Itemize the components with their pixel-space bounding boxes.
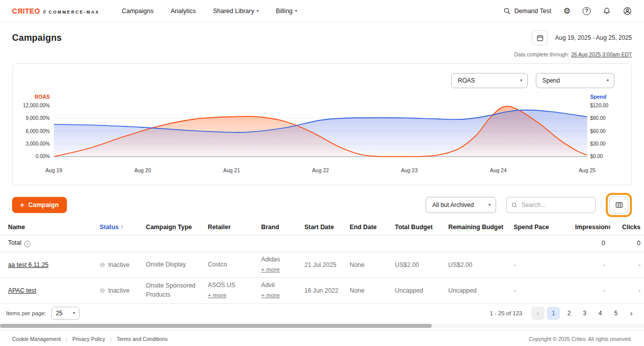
total-empty-cell: [390, 235, 443, 252]
nav-item-label: Analytics: [171, 8, 196, 15]
nav-item-campaigns[interactable]: Campaigns: [122, 8, 153, 15]
total-empty-cell: [443, 235, 509, 252]
footer-link-terms-and-conditions[interactable]: Terms and Conditions: [117, 336, 168, 342]
status-filter-value: All but Archived: [432, 201, 474, 209]
data-complete-link[interactable]: 26 Aug 2025 3:00am EDT: [571, 51, 632, 57]
settings-button[interactable]: ⚙: [564, 6, 571, 16]
x-tick: Aug 23: [401, 167, 418, 173]
retailer-more-link[interactable]: + more: [208, 291, 226, 300]
page-button-2[interactable]: 2: [562, 307, 576, 320]
spend-pace-cell: -: [509, 252, 570, 278]
nav-item-shared-library[interactable]: Shared Library▾: [213, 8, 259, 15]
info-icon[interactable]: i: [24, 241, 31, 247]
column-header-total-budget[interactable]: Total Budget: [390, 220, 443, 235]
x-tick: Aug 24: [490, 167, 507, 173]
nav-item-label: Shared Library: [213, 8, 254, 15]
data-complete-label: Data complete through:: [514, 51, 569, 57]
table-header-row: NameStatus ↑Campaign TypeRetailerBrandSt…: [0, 220, 644, 235]
nav-item-analytics[interactable]: Analytics: [171, 8, 196, 15]
search-icon: [504, 8, 511, 15]
date-range-label: Aug 19, 2025 - Aug 25, 2025: [555, 34, 632, 41]
criteo-logo[interactable]: CЯITEO // COMMERCE-MAX: [12, 7, 100, 15]
pagination-bar: Items per page: 25 ▾ 1 - 25 of 123 ‹1234…: [0, 304, 644, 323]
column-header-label: Start Date: [304, 224, 334, 231]
page-title: Campaigns: [12, 33, 62, 43]
x-tick: Aug 21: [223, 167, 240, 173]
search-input[interactable]: [521, 201, 590, 209]
profile-button[interactable]: [623, 7, 632, 16]
footer-link-privacy-policy[interactable]: Privacy Policy: [72, 336, 105, 342]
column-header-label: Status: [100, 224, 119, 231]
total-budget-cell: Uncapped: [390, 278, 443, 303]
copyright-text: Copyright © 2025 Criteo. All rights rese…: [529, 336, 632, 342]
column-header-impressions[interactable]: Impressions: [570, 220, 610, 235]
plus-icon: +: [20, 201, 24, 209]
chevron-down-icon: ▾: [295, 9, 297, 13]
column-header-campaign-type[interactable]: Campaign Type: [141, 220, 203, 235]
items-per-page-label: Items per page:: [6, 310, 46, 316]
next-page-button[interactable]: ›: [625, 307, 638, 320]
y-tick-right: $60.00: [590, 128, 606, 134]
column-header-retailer[interactable]: Retailer: [203, 220, 256, 235]
campaign-name-link[interactable]: aa test 6.11.25: [8, 261, 48, 268]
items-per-page-select[interactable]: 25 ▾: [51, 307, 79, 320]
total-label: Total: [8, 239, 21, 246]
column-header-brand[interactable]: Brand: [256, 220, 299, 235]
roas-spend-chart: [54, 106, 587, 158]
campaign-name-link[interactable]: APAC test: [8, 287, 36, 294]
column-header-spend-pace[interactable]: Spend Pace: [509, 220, 570, 235]
column-header-status[interactable]: Status ↑: [95, 220, 141, 235]
impressions-cell: -: [570, 278, 610, 303]
page-button-1[interactable]: 1: [547, 307, 560, 320]
toolbar-right: All but Archived ▾: [426, 193, 632, 217]
status-cell: ⊖Inactive: [95, 278, 141, 303]
brand-cell: Adidas+ more: [256, 252, 299, 278]
column-header-clicks[interactable]: Clicks: [610, 220, 644, 235]
date-picker-button[interactable]: [532, 30, 548, 45]
footer-link-cookie-management[interactable]: Cookie Management: [12, 336, 61, 342]
column-header-label: Impressions: [575, 224, 610, 231]
column-header-name[interactable]: Name: [0, 220, 95, 235]
y-axis-left-ticks: 0.00%3,000.00%6,000.00%9,000.00%12,000.0…: [13, 64, 50, 185]
scrollbar-thumb[interactable]: [0, 324, 432, 328]
column-settings-button[interactable]: [609, 196, 628, 214]
remaining-budget-cell: US$2.00: [443, 252, 509, 278]
status-label: Inactive: [108, 287, 129, 294]
nav-item-billing[interactable]: Billing▾: [276, 8, 297, 15]
data-complete-note: Data complete through:26 Aug 2025 3:00am…: [0, 51, 644, 57]
brand-more-link[interactable]: + more: [261, 291, 280, 300]
page-button-4[interactable]: 4: [594, 307, 607, 320]
page-header: Campaigns Aug 19, 2025 - Aug 25, 2025: [0, 30, 644, 45]
left-metric-select[interactable]: ROAS ▾: [451, 73, 528, 88]
column-header-label: Total Budget: [395, 224, 433, 231]
new-campaign-button[interactable]: + Campaign: [12, 197, 67, 213]
page-button-3[interactable]: 3: [578, 307, 591, 320]
column-header-end-date[interactable]: End Date: [345, 220, 390, 235]
brand-more-link[interactable]: + more: [261, 265, 280, 274]
y-tick-right: $120.00: [590, 103, 608, 108]
page-button-5[interactable]: 5: [609, 307, 622, 320]
navbar-right: Demand Test ⚙ ?: [504, 6, 632, 16]
end-date-cell: None: [345, 252, 390, 278]
y-tick-left: 6,000.00%: [26, 128, 50, 134]
column-header-remaining-budget[interactable]: Remaining Budget: [443, 220, 509, 235]
y-axis-right-ticks: $0.00$30.00$60.00$90.00$120.00: [590, 64, 625, 185]
y-tick-right: $30.00: [590, 141, 606, 147]
column-header-start-date[interactable]: Start Date: [299, 220, 345, 235]
notifications-button[interactable]: [603, 7, 611, 15]
campaign-name-cell: APAC test: [0, 278, 95, 303]
x-tick: Aug 19: [45, 167, 62, 173]
y-tick-left: 0.00%: [36, 154, 50, 159]
campaign-type-cell: Onsite Display: [141, 252, 203, 278]
impressions-cell: -: [570, 252, 610, 278]
brand-name: Adidas: [261, 255, 294, 264]
retailer-name: ASOS US: [208, 281, 251, 290]
status-filter-select[interactable]: All but Archived ▾: [426, 197, 496, 213]
help-button[interactable]: ?: [583, 7, 591, 15]
clicks-cell: -: [610, 278, 644, 303]
account-search[interactable]: Demand Test: [504, 8, 551, 15]
y-tick-left: 3,000.00%: [26, 141, 50, 147]
status-badge: ⊖Inactive: [100, 287, 136, 294]
inactive-status-icon: ⊖: [100, 287, 105, 294]
x-axis-ticks: Aug 19Aug 20Aug 21Aug 22Aug 23Aug 24Aug …: [54, 167, 587, 175]
